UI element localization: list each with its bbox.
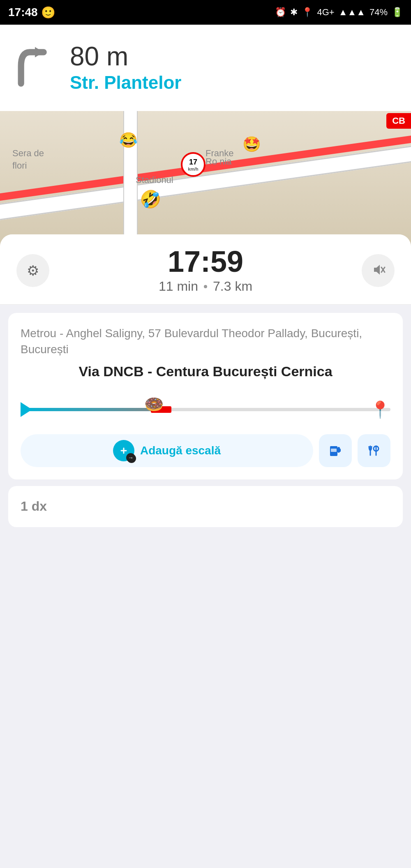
route-via: Via DNCB - Centura București Cernica: [21, 362, 390, 380]
map-area[interactable]: Sera de flori Franke Ro nia Stadionul 17…: [0, 111, 411, 251]
time-display: 17:48: [8, 6, 38, 19]
gear-icon: ⚙: [27, 262, 39, 279]
route-progress: 📍 🍩: [21, 393, 390, 426]
waze-emoji-3: 🤩: [242, 136, 261, 153]
eta-minutes: 11 min: [159, 279, 198, 294]
progress-emoji: 🍩: [144, 395, 164, 413]
progress-end-pin: 📍: [370, 401, 390, 418]
food-button[interactable]: [358, 434, 390, 467]
add-stop-label: Adaugă escală: [140, 444, 221, 457]
eta-distance: 7.3 km: [213, 279, 252, 294]
eta-separator: [204, 285, 207, 288]
turn-arrow-icon: [12, 45, 58, 90]
nav-info: 80 m Str. Plantelor: [70, 43, 181, 93]
alarm-icon: ⏰: [275, 7, 286, 18]
bluetooth-icon: ✱: [290, 7, 298, 18]
status-time: 17:48 🙂: [8, 6, 55, 19]
map-label-ro: Ro nia: [206, 156, 232, 167]
eta-arrival-time: 17:59: [159, 247, 252, 276]
map-label-stadionul: Stadionul: [136, 175, 173, 185]
progress-start-arrow: [21, 402, 32, 417]
svg-rect-6: [331, 449, 337, 452]
battery-icon: 🔋: [392, 7, 403, 18]
face-icon: 🙂: [41, 6, 55, 19]
network-label: 4G+: [317, 7, 334, 18]
bottom-sheet: ⚙ 17:59 11 min 7.3 km Metrou - Anghel Sa…: [0, 234, 411, 868]
status-bar: 17:48 🙂 ⏰ ✱ 📍 4G+ ▲▲▲ 74% 🔋: [0, 0, 411, 25]
eta-details: 11 min 7.3 km: [159, 279, 252, 294]
nav-street: Str. Plantelor: [70, 73, 181, 93]
add-stop-icon: →: [113, 440, 134, 461]
signal-bars: ▲▲▲: [339, 7, 365, 18]
action-row: → Adaugă escală: [21, 434, 390, 467]
map-label-sera1: Sera de: [12, 148, 44, 159]
settings-button[interactable]: ⚙: [16, 254, 49, 287]
waze-emoji-1: 😂: [119, 132, 138, 149]
fuel-button[interactable]: [319, 434, 352, 467]
second-card-text: 1 dx: [21, 499, 47, 514]
mute-button[interactable]: [362, 254, 395, 287]
route-card: Metrou - Anghel Saligny, 57 Bulevardul T…: [8, 313, 403, 479]
route-address: Metrou - Anghel Saligny, 57 Bulevardul T…: [21, 325, 390, 357]
eta-bar: ⚙ 17:59 11 min 7.3 km: [0, 234, 411, 305]
speed-limit-badge: 17 km/h: [181, 152, 206, 177]
second-card-partial: 1 dx: [8, 486, 403, 527]
cb-badge: CB: [386, 113, 411, 129]
map-label-sera2: flori: [12, 160, 27, 171]
progress-track: 📍 🍩: [21, 408, 390, 411]
nav-header: 80 m Str. Plantelor: [0, 25, 411, 111]
nav-distance: 80 m: [70, 43, 181, 69]
svg-rect-8: [339, 449, 341, 452]
waze-emoji-2: 🤣: [140, 189, 161, 209]
status-icons: ⏰ ✱ 📍 4G+ ▲▲▲ 74% 🔋: [275, 7, 403, 18]
eta-center: 17:59 11 min 7.3 km: [159, 247, 252, 294]
mute-icon: [371, 262, 386, 278]
battery-label: 74%: [369, 7, 388, 18]
add-stop-button[interactable]: → Adaugă escală: [21, 434, 313, 467]
location-icon: 📍: [302, 7, 313, 18]
